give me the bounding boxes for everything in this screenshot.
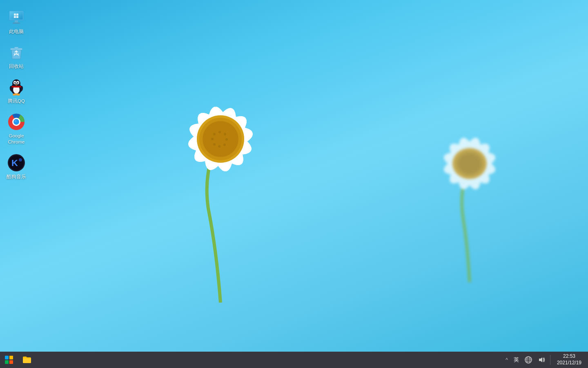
svg-rect-41 xyxy=(10,11,23,20)
chrome-icon xyxy=(7,112,26,131)
svg-point-22 xyxy=(213,143,216,146)
svg-rect-72 xyxy=(5,356,9,359)
desktop-icon-recycle-bin[interactable]: 回收站 xyxy=(0,40,33,73)
svg-point-16 xyxy=(213,133,216,135)
tray-chevron-button[interactable]: ^ xyxy=(504,352,510,368)
kugou-icon: K xyxy=(7,153,26,172)
svg-point-57 xyxy=(15,82,16,83)
desktop: 此电脑 回收站 xyxy=(0,0,588,352)
svg-point-20 xyxy=(223,144,226,146)
svg-rect-44 xyxy=(14,13,16,16)
desktop-icon-google-chrome-label: Google Chrome xyxy=(2,133,31,145)
desktop-icon-this-pc[interactable]: 此电脑 xyxy=(0,5,33,38)
svg-rect-63 xyxy=(11,86,21,88)
wallpaper-daisy-small xyxy=(392,82,547,286)
file-explorer-taskbar-button[interactable] xyxy=(18,352,36,368)
svg-point-15 xyxy=(203,121,238,157)
svg-point-58 xyxy=(18,82,18,83)
tray-volume-icon[interactable] xyxy=(536,352,547,368)
svg-rect-74 xyxy=(5,360,9,364)
svg-rect-75 xyxy=(9,360,13,364)
desktop-icon-google-chrome[interactable]: Google Chrome xyxy=(0,109,33,148)
svg-rect-42 xyxy=(15,20,18,22)
clock-area[interactable]: 22:53 2021/12/19 xyxy=(554,352,585,368)
svg-text:K: K xyxy=(11,158,18,168)
clock-time: 22:53 xyxy=(563,353,575,360)
svg-point-38 xyxy=(458,153,481,174)
svg-rect-47 xyxy=(16,16,18,18)
language-label: 英 xyxy=(514,356,519,364)
svg-point-19 xyxy=(225,138,228,141)
monitor-icon xyxy=(7,8,26,27)
tray-separator xyxy=(550,355,550,365)
tray-network-icon[interactable] xyxy=(523,352,534,368)
svg-rect-73 xyxy=(9,356,13,359)
svg-rect-43 xyxy=(13,22,20,24)
wallpaper-daisy-large xyxy=(127,25,314,311)
desktop-icon-kugou-music-label: 酷狗音乐 xyxy=(7,174,26,180)
svg-point-66 xyxy=(13,119,19,125)
taskbar-left xyxy=(0,352,36,368)
svg-point-71 xyxy=(19,158,22,162)
desktop-icon-tencent-qq-label: 腾讯QQ xyxy=(8,98,25,104)
clock-date: 2021/12/19 xyxy=(557,360,581,366)
qq-icon xyxy=(7,78,26,96)
taskbar: ^ 英 22:53 20 xyxy=(0,352,588,368)
svg-point-17 xyxy=(218,131,221,133)
desktop-icon-recycle-bin-label: 回收站 xyxy=(9,63,24,70)
svg-point-67 xyxy=(15,120,17,122)
desktop-icon-this-pc-label: 此电脑 xyxy=(9,29,24,35)
svg-point-18 xyxy=(224,133,226,135)
svg-rect-49 xyxy=(14,47,18,49)
desktop-icons: 此电脑 回收站 xyxy=(0,0,33,188)
recycle-bin-icon xyxy=(7,43,26,62)
taskbar-right: ^ 英 22:53 20 xyxy=(504,352,588,368)
tray-language-indicator[interactable]: 英 xyxy=(512,352,521,368)
svg-rect-45 xyxy=(16,13,18,16)
svg-point-21 xyxy=(218,145,220,148)
svg-rect-46 xyxy=(14,16,16,18)
desktop-icon-kugou-music[interactable]: K 酷狗音乐 xyxy=(0,150,33,183)
chevron-up-icon: ^ xyxy=(506,357,508,363)
desktop-icon-tencent-qq[interactable]: 腾讯QQ xyxy=(0,74,33,108)
start-button[interactable] xyxy=(0,352,18,368)
svg-point-23 xyxy=(211,138,214,140)
